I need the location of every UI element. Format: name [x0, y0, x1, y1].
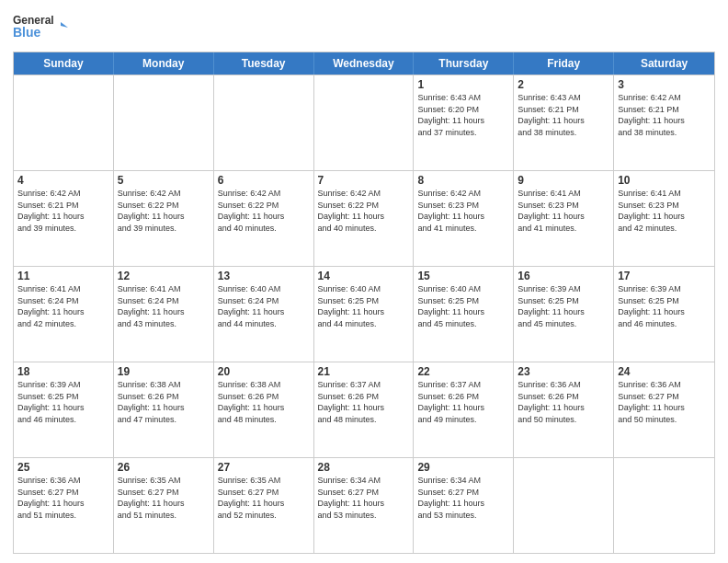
- day-number: 2: [518, 78, 609, 91]
- day-info: Sunrise: 6:41 AM Sunset: 6:24 PM Dayligh…: [17, 283, 109, 329]
- calendar-day-cell: 16Sunrise: 6:39 AM Sunset: 6:25 PM Dayli…: [514, 267, 614, 362]
- day-info: Sunrise: 6:34 AM Sunset: 6:27 PM Dayligh…: [318, 475, 410, 521]
- day-info: Sunrise: 6:38 AM Sunset: 6:26 PM Dayligh…: [118, 379, 210, 425]
- calendar-day-cell: 10Sunrise: 6:41 AM Sunset: 6:23 PM Dayli…: [614, 171, 714, 266]
- calendar-day-cell: 25Sunrise: 6:36 AM Sunset: 6:27 PM Dayli…: [14, 458, 114, 553]
- day-info: Sunrise: 6:35 AM Sunset: 6:27 PM Dayligh…: [118, 475, 210, 521]
- calendar-day-cell: 8Sunrise: 6:42 AM Sunset: 6:23 PM Daylig…: [414, 171, 514, 266]
- day-number: 12: [118, 270, 210, 282]
- day-number: 7: [318, 174, 410, 187]
- calendar-day-cell: 13Sunrise: 6:40 AM Sunset: 6:24 PM Dayli…: [214, 267, 314, 362]
- header-cell-wednesday: Wednesday: [314, 52, 415, 75]
- calendar-day-cell: 26Sunrise: 6:35 AM Sunset: 6:27 PM Dayli…: [114, 458, 214, 553]
- calendar-day-cell: 22Sunrise: 6:37 AM Sunset: 6:26 PM Dayli…: [414, 362, 514, 457]
- header-cell-saturday: Saturday: [614, 52, 714, 75]
- day-info: Sunrise: 6:40 AM Sunset: 6:24 PM Dayligh…: [218, 283, 310, 329]
- day-info: Sunrise: 6:41 AM Sunset: 6:23 PM Dayligh…: [518, 188, 609, 234]
- day-number: 16: [518, 270, 609, 282]
- day-info: Sunrise: 6:36 AM Sunset: 6:27 PM Dayligh…: [17, 475, 109, 521]
- calendar-day-cell: 27Sunrise: 6:35 AM Sunset: 6:27 PM Dayli…: [214, 458, 314, 553]
- day-info: Sunrise: 6:43 AM Sunset: 6:20 PM Dayligh…: [417, 92, 509, 138]
- day-number: 28: [318, 461, 410, 474]
- day-info: Sunrise: 6:42 AM Sunset: 6:21 PM Dayligh…: [17, 188, 109, 234]
- day-info: Sunrise: 6:42 AM Sunset: 6:21 PM Dayligh…: [618, 92, 711, 138]
- day-info: Sunrise: 6:41 AM Sunset: 6:24 PM Dayligh…: [118, 283, 210, 329]
- calendar-day-cell: 28Sunrise: 6:34 AM Sunset: 6:27 PM Dayli…: [314, 458, 415, 553]
- day-info: Sunrise: 6:39 AM Sunset: 6:25 PM Dayligh…: [17, 379, 109, 425]
- day-number: 8: [417, 174, 509, 187]
- day-info: Sunrise: 6:39 AM Sunset: 6:25 PM Dayligh…: [518, 283, 609, 329]
- day-number: 17: [618, 270, 711, 282]
- calendar-day-cell: 4Sunrise: 6:42 AM Sunset: 6:21 PM Daylig…: [14, 171, 114, 266]
- calendar-day-cell: 11Sunrise: 6:41 AM Sunset: 6:24 PM Dayli…: [14, 267, 114, 362]
- svg-text:Blue: Blue: [13, 25, 41, 40]
- day-info: Sunrise: 6:42 AM Sunset: 6:22 PM Dayligh…: [318, 188, 410, 234]
- day-number: 25: [17, 461, 109, 474]
- day-info: Sunrise: 6:39 AM Sunset: 6:25 PM Dayligh…: [618, 283, 711, 329]
- logo-svg: General Blue: [13, 9, 68, 46]
- calendar-week-0: 1Sunrise: 6:43 AM Sunset: 6:20 PM Daylig…: [14, 75, 714, 170]
- calendar-week-1: 4Sunrise: 6:42 AM Sunset: 6:21 PM Daylig…: [14, 170, 714, 266]
- day-info: Sunrise: 6:42 AM Sunset: 6:22 PM Dayligh…: [218, 188, 310, 234]
- header-cell-sunday: Sunday: [14, 52, 114, 75]
- day-info: Sunrise: 6:40 AM Sunset: 6:25 PM Dayligh…: [417, 283, 509, 329]
- calendar-day-cell: 20Sunrise: 6:38 AM Sunset: 6:26 PM Dayli…: [214, 362, 314, 457]
- logo: General Blue: [13, 9, 68, 46]
- calendar-week-3: 18Sunrise: 6:39 AM Sunset: 6:25 PM Dayli…: [14, 362, 714, 457]
- day-info: Sunrise: 6:42 AM Sunset: 6:23 PM Dayligh…: [417, 188, 509, 234]
- header-cell-thursday: Thursday: [414, 52, 514, 75]
- day-number: 20: [218, 365, 310, 378]
- calendar-week-4: 25Sunrise: 6:36 AM Sunset: 6:27 PM Dayli…: [14, 457, 714, 553]
- calendar-day-cell: [314, 75, 415, 170]
- calendar-day-cell: [14, 75, 114, 170]
- calendar-day-cell: [114, 75, 214, 170]
- header-cell-friday: Friday: [514, 52, 614, 75]
- calendar-day-cell: [614, 458, 714, 553]
- day-info: Sunrise: 6:38 AM Sunset: 6:26 PM Dayligh…: [218, 379, 310, 425]
- day-number: 18: [17, 365, 109, 378]
- header-cell-monday: Monday: [114, 52, 214, 75]
- calendar-day-cell: 3Sunrise: 6:42 AM Sunset: 6:21 PM Daylig…: [614, 75, 714, 170]
- day-info: Sunrise: 6:35 AM Sunset: 6:27 PM Dayligh…: [218, 475, 310, 521]
- day-info: Sunrise: 6:34 AM Sunset: 6:27 PM Dayligh…: [417, 475, 509, 521]
- calendar-day-cell: [514, 458, 614, 553]
- calendar-day-cell: 17Sunrise: 6:39 AM Sunset: 6:25 PM Dayli…: [614, 267, 714, 362]
- day-info: Sunrise: 6:40 AM Sunset: 6:25 PM Dayligh…: [318, 283, 410, 329]
- day-number: 21: [318, 365, 410, 378]
- calendar-day-cell: 23Sunrise: 6:36 AM Sunset: 6:26 PM Dayli…: [514, 362, 614, 457]
- day-number: 6: [218, 174, 310, 187]
- calendar-day-cell: 12Sunrise: 6:41 AM Sunset: 6:24 PM Dayli…: [114, 267, 214, 362]
- calendar-day-cell: 9Sunrise: 6:41 AM Sunset: 6:23 PM Daylig…: [514, 171, 614, 266]
- day-info: Sunrise: 6:37 AM Sunset: 6:26 PM Dayligh…: [417, 379, 509, 425]
- day-number: 1: [417, 78, 509, 91]
- calendar-day-cell: 7Sunrise: 6:42 AM Sunset: 6:22 PM Daylig…: [314, 171, 415, 266]
- day-number: 11: [17, 270, 109, 282]
- calendar-day-cell: 5Sunrise: 6:42 AM Sunset: 6:22 PM Daylig…: [114, 171, 214, 266]
- day-number: 22: [417, 365, 509, 378]
- calendar-day-cell: 24Sunrise: 6:36 AM Sunset: 6:27 PM Dayli…: [614, 362, 714, 457]
- calendar-day-cell: 18Sunrise: 6:39 AM Sunset: 6:25 PM Dayli…: [14, 362, 114, 457]
- calendar-header-row: SundayMondayTuesdayWednesdayThursdayFrid…: [14, 52, 714, 75]
- calendar-day-cell: 2Sunrise: 6:43 AM Sunset: 6:21 PM Daylig…: [514, 75, 614, 170]
- calendar: SundayMondayTuesdayWednesdayThursdayFrid…: [13, 52, 715, 554]
- day-number: 19: [118, 365, 210, 378]
- calendar-day-cell: 29Sunrise: 6:34 AM Sunset: 6:27 PM Dayli…: [414, 458, 514, 553]
- day-number: 27: [218, 461, 310, 474]
- day-number: 3: [618, 78, 711, 91]
- day-number: 5: [118, 174, 210, 187]
- day-number: 9: [518, 174, 609, 187]
- calendar-day-cell: 1Sunrise: 6:43 AM Sunset: 6:20 PM Daylig…: [414, 75, 514, 170]
- page-header: General Blue: [13, 9, 715, 46]
- calendar-day-cell: 19Sunrise: 6:38 AM Sunset: 6:26 PM Dayli…: [114, 362, 214, 457]
- day-info: Sunrise: 6:42 AM Sunset: 6:22 PM Dayligh…: [118, 188, 210, 234]
- calendar-day-cell: [214, 75, 314, 170]
- day-number: 4: [17, 174, 109, 187]
- calendar-week-2: 11Sunrise: 6:41 AM Sunset: 6:24 PM Dayli…: [14, 266, 714, 362]
- day-info: Sunrise: 6:37 AM Sunset: 6:26 PM Dayligh…: [318, 379, 410, 425]
- calendar-day-cell: 14Sunrise: 6:40 AM Sunset: 6:25 PM Dayli…: [314, 267, 415, 362]
- day-number: 26: [118, 461, 210, 474]
- day-number: 29: [417, 461, 509, 474]
- day-info: Sunrise: 6:43 AM Sunset: 6:21 PM Dayligh…: [518, 92, 609, 138]
- day-number: 14: [318, 270, 410, 282]
- day-info: Sunrise: 6:36 AM Sunset: 6:27 PM Dayligh…: [618, 379, 711, 425]
